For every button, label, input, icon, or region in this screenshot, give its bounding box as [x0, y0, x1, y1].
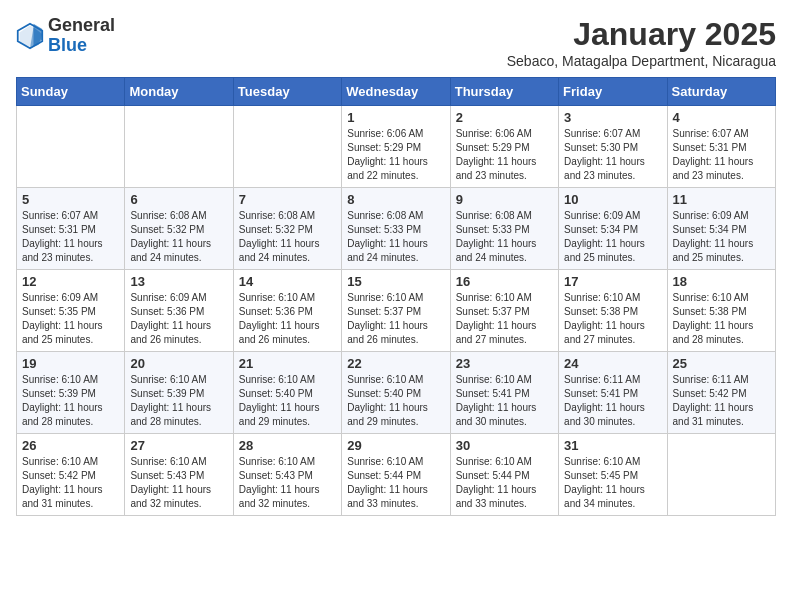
- calendar-table: SundayMondayTuesdayWednesdayThursdayFrid…: [16, 77, 776, 516]
- day-number: 30: [456, 438, 553, 453]
- calendar-week-row: 1Sunrise: 6:06 AM Sunset: 5:29 PM Daylig…: [17, 106, 776, 188]
- day-number: 25: [673, 356, 770, 371]
- calendar-cell: 9Sunrise: 6:08 AM Sunset: 5:33 PM Daylig…: [450, 188, 558, 270]
- day-info: Sunrise: 6:07 AM Sunset: 5:30 PM Dayligh…: [564, 127, 661, 183]
- calendar-cell: 19Sunrise: 6:10 AM Sunset: 5:39 PM Dayli…: [17, 352, 125, 434]
- page-header: General Blue January 2025 Sebaco, Mataga…: [16, 16, 776, 69]
- day-info: Sunrise: 6:07 AM Sunset: 5:31 PM Dayligh…: [22, 209, 119, 265]
- day-number: 6: [130, 192, 227, 207]
- calendar-cell: [667, 434, 775, 516]
- day-info: Sunrise: 6:10 AM Sunset: 5:39 PM Dayligh…: [22, 373, 119, 429]
- day-number: 20: [130, 356, 227, 371]
- day-number: 2: [456, 110, 553, 125]
- calendar-cell: 17Sunrise: 6:10 AM Sunset: 5:38 PM Dayli…: [559, 270, 667, 352]
- logo-general: General: [48, 15, 115, 35]
- day-info: Sunrise: 6:10 AM Sunset: 5:44 PM Dayligh…: [456, 455, 553, 511]
- calendar-cell: [125, 106, 233, 188]
- calendar-cell: 20Sunrise: 6:10 AM Sunset: 5:39 PM Dayli…: [125, 352, 233, 434]
- calendar-cell: 29Sunrise: 6:10 AM Sunset: 5:44 PM Dayli…: [342, 434, 450, 516]
- day-number: 1: [347, 110, 444, 125]
- calendar-cell: 7Sunrise: 6:08 AM Sunset: 5:32 PM Daylig…: [233, 188, 341, 270]
- day-info: Sunrise: 6:10 AM Sunset: 5:44 PM Dayligh…: [347, 455, 444, 511]
- day-info: Sunrise: 6:10 AM Sunset: 5:38 PM Dayligh…: [564, 291, 661, 347]
- day-number: 3: [564, 110, 661, 125]
- day-number: 21: [239, 356, 336, 371]
- day-number: 17: [564, 274, 661, 289]
- day-info: Sunrise: 6:09 AM Sunset: 5:36 PM Dayligh…: [130, 291, 227, 347]
- calendar-cell: 3Sunrise: 6:07 AM Sunset: 5:30 PM Daylig…: [559, 106, 667, 188]
- calendar-cell: 13Sunrise: 6:09 AM Sunset: 5:36 PM Dayli…: [125, 270, 233, 352]
- day-info: Sunrise: 6:10 AM Sunset: 5:36 PM Dayligh…: [239, 291, 336, 347]
- calendar-cell: 10Sunrise: 6:09 AM Sunset: 5:34 PM Dayli…: [559, 188, 667, 270]
- day-number: 28: [239, 438, 336, 453]
- day-number: 15: [347, 274, 444, 289]
- logo-blue-text: Blue: [48, 35, 87, 55]
- calendar-week-row: 19Sunrise: 6:10 AM Sunset: 5:39 PM Dayli…: [17, 352, 776, 434]
- calendar-cell: 21Sunrise: 6:10 AM Sunset: 5:40 PM Dayli…: [233, 352, 341, 434]
- calendar-cell: 6Sunrise: 6:08 AM Sunset: 5:32 PM Daylig…: [125, 188, 233, 270]
- day-info: Sunrise: 6:08 AM Sunset: 5:32 PM Dayligh…: [130, 209, 227, 265]
- calendar-cell: 15Sunrise: 6:10 AM Sunset: 5:37 PM Dayli…: [342, 270, 450, 352]
- day-info: Sunrise: 6:11 AM Sunset: 5:41 PM Dayligh…: [564, 373, 661, 429]
- day-info: Sunrise: 6:10 AM Sunset: 5:37 PM Dayligh…: [347, 291, 444, 347]
- day-info: Sunrise: 6:10 AM Sunset: 5:40 PM Dayligh…: [347, 373, 444, 429]
- calendar-cell: 26Sunrise: 6:10 AM Sunset: 5:42 PM Dayli…: [17, 434, 125, 516]
- day-info: Sunrise: 6:10 AM Sunset: 5:41 PM Dayligh…: [456, 373, 553, 429]
- day-number: 29: [347, 438, 444, 453]
- calendar-cell: 5Sunrise: 6:07 AM Sunset: 5:31 PM Daylig…: [17, 188, 125, 270]
- day-number: 26: [22, 438, 119, 453]
- day-info: Sunrise: 6:09 AM Sunset: 5:34 PM Dayligh…: [673, 209, 770, 265]
- calendar-cell: 1Sunrise: 6:06 AM Sunset: 5:29 PM Daylig…: [342, 106, 450, 188]
- calendar-cell: 23Sunrise: 6:10 AM Sunset: 5:41 PM Dayli…: [450, 352, 558, 434]
- day-number: 22: [347, 356, 444, 371]
- day-info: Sunrise: 6:08 AM Sunset: 5:32 PM Dayligh…: [239, 209, 336, 265]
- calendar-header-thursday: Thursday: [450, 78, 558, 106]
- day-number: 19: [22, 356, 119, 371]
- day-number: 13: [130, 274, 227, 289]
- location-subtitle: Sebaco, Matagalpa Department, Nicaragua: [507, 53, 776, 69]
- day-info: Sunrise: 6:09 AM Sunset: 5:34 PM Dayligh…: [564, 209, 661, 265]
- day-info: Sunrise: 6:08 AM Sunset: 5:33 PM Dayligh…: [347, 209, 444, 265]
- day-info: Sunrise: 6:10 AM Sunset: 5:43 PM Dayligh…: [239, 455, 336, 511]
- day-info: Sunrise: 6:07 AM Sunset: 5:31 PM Dayligh…: [673, 127, 770, 183]
- calendar-header-row: SundayMondayTuesdayWednesdayThursdayFrid…: [17, 78, 776, 106]
- calendar-cell: 22Sunrise: 6:10 AM Sunset: 5:40 PM Dayli…: [342, 352, 450, 434]
- day-number: 9: [456, 192, 553, 207]
- day-info: Sunrise: 6:11 AM Sunset: 5:42 PM Dayligh…: [673, 373, 770, 429]
- calendar-week-row: 5Sunrise: 6:07 AM Sunset: 5:31 PM Daylig…: [17, 188, 776, 270]
- day-info: Sunrise: 6:10 AM Sunset: 5:43 PM Dayligh…: [130, 455, 227, 511]
- day-info: Sunrise: 6:06 AM Sunset: 5:29 PM Dayligh…: [456, 127, 553, 183]
- calendar-week-row: 26Sunrise: 6:10 AM Sunset: 5:42 PM Dayli…: [17, 434, 776, 516]
- logo-text: General Blue: [48, 16, 115, 56]
- calendar-header-monday: Monday: [125, 78, 233, 106]
- calendar-cell: 18Sunrise: 6:10 AM Sunset: 5:38 PM Dayli…: [667, 270, 775, 352]
- day-number: 18: [673, 274, 770, 289]
- calendar-header-sunday: Sunday: [17, 78, 125, 106]
- calendar-cell: [233, 106, 341, 188]
- day-info: Sunrise: 6:10 AM Sunset: 5:40 PM Dayligh…: [239, 373, 336, 429]
- calendar-header-friday: Friday: [559, 78, 667, 106]
- calendar-cell: 31Sunrise: 6:10 AM Sunset: 5:45 PM Dayli…: [559, 434, 667, 516]
- calendar-cell: 24Sunrise: 6:11 AM Sunset: 5:41 PM Dayli…: [559, 352, 667, 434]
- day-number: 24: [564, 356, 661, 371]
- calendar-cell: 11Sunrise: 6:09 AM Sunset: 5:34 PM Dayli…: [667, 188, 775, 270]
- day-number: 7: [239, 192, 336, 207]
- calendar-cell: 14Sunrise: 6:10 AM Sunset: 5:36 PM Dayli…: [233, 270, 341, 352]
- day-info: Sunrise: 6:08 AM Sunset: 5:33 PM Dayligh…: [456, 209, 553, 265]
- day-info: Sunrise: 6:10 AM Sunset: 5:37 PM Dayligh…: [456, 291, 553, 347]
- calendar-cell: 27Sunrise: 6:10 AM Sunset: 5:43 PM Dayli…: [125, 434, 233, 516]
- day-number: 31: [564, 438, 661, 453]
- day-info: Sunrise: 6:10 AM Sunset: 5:39 PM Dayligh…: [130, 373, 227, 429]
- day-number: 23: [456, 356, 553, 371]
- calendar-cell: 8Sunrise: 6:08 AM Sunset: 5:33 PM Daylig…: [342, 188, 450, 270]
- day-number: 4: [673, 110, 770, 125]
- calendar-cell: 16Sunrise: 6:10 AM Sunset: 5:37 PM Dayli…: [450, 270, 558, 352]
- calendar-cell: 12Sunrise: 6:09 AM Sunset: 5:35 PM Dayli…: [17, 270, 125, 352]
- calendar-header-saturday: Saturday: [667, 78, 775, 106]
- day-info: Sunrise: 6:10 AM Sunset: 5:45 PM Dayligh…: [564, 455, 661, 511]
- day-number: 11: [673, 192, 770, 207]
- day-number: 8: [347, 192, 444, 207]
- calendar-cell: 28Sunrise: 6:10 AM Sunset: 5:43 PM Dayli…: [233, 434, 341, 516]
- day-info: Sunrise: 6:10 AM Sunset: 5:42 PM Dayligh…: [22, 455, 119, 511]
- day-info: Sunrise: 6:10 AM Sunset: 5:38 PM Dayligh…: [673, 291, 770, 347]
